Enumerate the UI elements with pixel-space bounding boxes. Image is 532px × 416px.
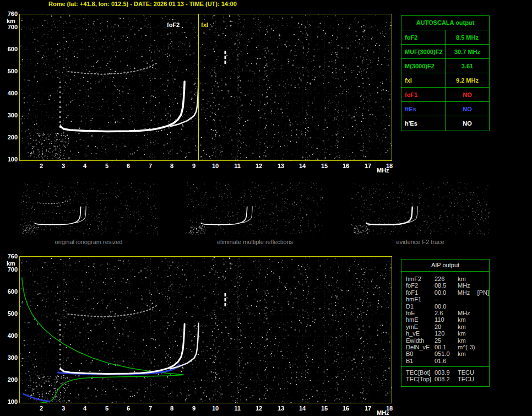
thumbnail-caption-f2: evidence F2 trace	[351, 239, 490, 245]
aip-tec-row: TEC[Top]008.2TECU	[401, 376, 489, 382]
aip-row-value: 2.6	[435, 310, 458, 316]
aip-row-extra	[476, 316, 477, 323]
autoscala-row-value: 3.61	[446, 59, 489, 73]
aip-tec-unit: TECU	[458, 376, 476, 382]
autoscala-row-label: M(3000)F2	[401, 59, 446, 73]
autoscala-window: Rome (lat: +41.8, lon: 012.5) - DATE: 20…	[0, 0, 532, 416]
aip-row: h_vE120km	[401, 330, 489, 337]
aip-row-value: 01.6	[435, 358, 458, 364]
y-tick-label: 200	[1, 134, 18, 141]
aip-row: DelN_vE00.1m^(-3)	[401, 344, 489, 350]
aip-tec-value: 008.2	[435, 376, 458, 382]
aip-row-value: 00.1	[435, 344, 458, 350]
thumbnail-no-multiples-canvas	[186, 182, 324, 235]
x-tick-label: 7	[144, 163, 157, 169]
aip-output-table: AIP output hmF2226kmfoF208.5MHzfoF100.0M…	[401, 259, 490, 387]
x-tick-label: 8	[165, 405, 178, 412]
aip-row-extra	[476, 275, 477, 282]
autoscala-row-label: foF2	[401, 30, 446, 44]
autoscala-row: MUF(3000)F230.7 MHz	[401, 45, 489, 59]
x-tick-label: 17	[361, 163, 374, 169]
x-tick-label: 10	[209, 405, 222, 412]
autoscala-row-value: 9.2 MHz	[446, 73, 489, 87]
aip-row-unit: MHz	[458, 310, 476, 316]
aip-row-value: 25	[435, 337, 458, 344]
autoscala-row-label: h'Es	[401, 116, 446, 131]
x-tick-label: 9	[187, 405, 200, 412]
aip-row-unit: m^(-3)	[458, 344, 476, 350]
aip-row-unit: km	[458, 337, 476, 344]
station-title: Rome (lat: +41.8, lon: 012.5) - DATE: 20…	[48, 1, 237, 7]
aip-row-value: 00.0	[435, 289, 458, 296]
x-tick-label: 8	[165, 163, 178, 169]
aip-row: foF100.0MHz[PN]	[401, 289, 489, 296]
aip-row-extra	[476, 350, 477, 357]
aip-row-value: --	[435, 296, 458, 302]
aip-row-unit: km	[458, 275, 476, 282]
y-tick-label: 600	[1, 46, 18, 52]
aip-row-label: B0	[401, 350, 435, 357]
autoscala-row-value: NO	[446, 116, 489, 131]
aip-tec-unit: TECU	[458, 369, 476, 376]
aip-row-value: 226	[435, 275, 458, 282]
aip-row-extra	[476, 358, 477, 364]
top-ionogram-plot: foF2 fxI	[19, 14, 392, 161]
autoscala-row-label: foF1	[401, 88, 446, 101]
x-tick-label: 10	[209, 163, 222, 169]
aip-row-extra	[476, 296, 477, 302]
autoscala-row-value: NO	[446, 102, 489, 116]
aip-row-value: 08.5	[435, 282, 458, 289]
y-tick-label: 300	[1, 354, 18, 361]
x-tick-label: 13	[274, 163, 287, 169]
aip-row-unit: km	[458, 316, 476, 323]
aip-row-value: 20	[435, 323, 458, 330]
aip-row-label: foF1	[401, 289, 435, 296]
aip-row: D100.0	[401, 303, 489, 310]
y-tick-label: 760	[1, 253, 18, 260]
aip-table-body: hmF2226kmfoF208.5MHzfoF100.0MHz[PN]hmF1-…	[401, 272, 489, 364]
y-tick-label: 300	[1, 112, 18, 118]
x-tick-label: 4	[78, 163, 91, 169]
x-axis-unit-label: MHz	[377, 409, 389, 416]
y-tick-label: 400	[1, 332, 18, 339]
aip-row-extra	[476, 337, 477, 344]
aip-row-label: hmF2	[401, 275, 435, 282]
aip-row-label: foE	[401, 310, 435, 316]
x-tick-label: 3	[57, 405, 70, 412]
x-tick-label: 2	[35, 163, 48, 169]
aip-row: hmF2226km	[401, 275, 489, 282]
y-axis-unit-label: km	[7, 260, 15, 267]
aip-row: B0051.0km	[401, 350, 489, 357]
fof2-label: foF2	[166, 21, 181, 28]
autoscala-output-table: AUTOSCALA output foF28.5 MHzMUF(3000)F23…	[401, 15, 490, 131]
x-tick-label: 16	[339, 405, 352, 412]
y-tick-label: 500	[1, 310, 18, 317]
aip-row-unit: km	[458, 330, 476, 337]
x-tick-label: 5	[100, 163, 113, 169]
aip-row-label: D1	[401, 303, 435, 310]
thumbnail-f2-trace	[351, 182, 490, 235]
y-tick-label: 100	[1, 156, 18, 163]
x-tick-label: 11	[231, 163, 244, 169]
fxi-label: fxI	[200, 21, 209, 28]
x-tick-label: 5	[100, 405, 113, 412]
x-tick-label: 14	[296, 405, 309, 412]
x-tick-label: 11	[231, 405, 244, 412]
x-tick-label: 3	[57, 163, 70, 169]
x-tick-label: 4	[78, 405, 91, 412]
aip-tec-body: TEC[Bot]003.9TECUTEC[Top]008.2TECU	[401, 367, 489, 383]
aip-row-label: hmF1	[401, 296, 435, 302]
y-tick-label: 700	[1, 266, 18, 273]
aip-row-label: hmE	[401, 316, 435, 323]
aip-row-extra: [PN]	[476, 289, 489, 296]
autoscala-row: foF28.5 MHz	[401, 30, 489, 45]
aip-tec-label: TEC[Top]	[401, 376, 435, 382]
aip-row-extra	[476, 310, 477, 316]
aip-row-extra	[476, 282, 477, 289]
autoscala-table-body: foF28.5 MHzMUF(3000)F230.7 MHzM(3000)F23…	[401, 30, 489, 131]
x-tick-label: 13	[274, 405, 287, 412]
aip-row-label: h_vE	[401, 330, 435, 337]
aip-tec-label: TEC[Bot]	[401, 369, 435, 376]
x-tick-label: 15	[318, 163, 331, 169]
bottom-ionogram-canvas	[20, 257, 392, 403]
